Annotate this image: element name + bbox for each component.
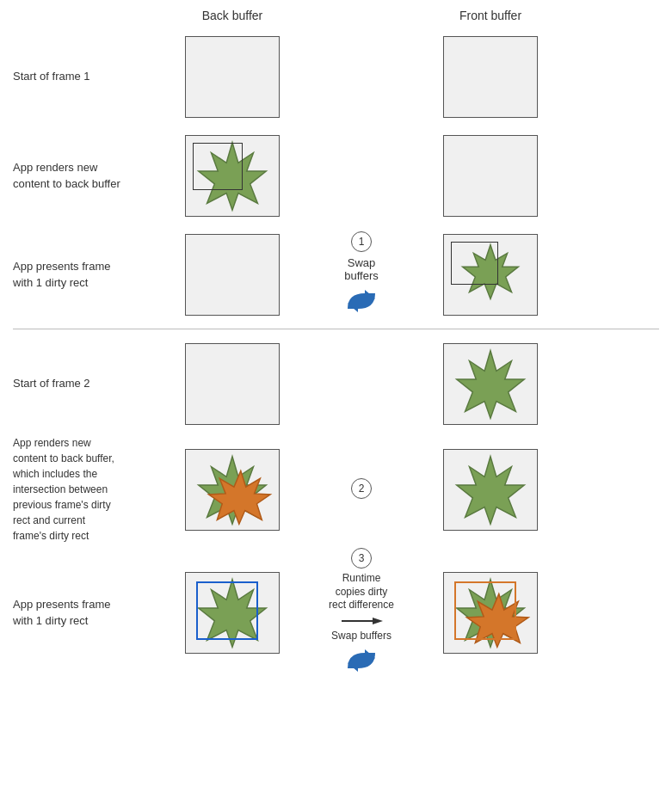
front-buffer-orange-dirty [443,572,538,654]
frame2-row1-front [422,343,559,425]
frame1-row3-front [422,234,559,316]
back-buffer-header: Back buffer [163,9,301,22]
frame1-row2-front [422,135,559,217]
star-green-orange-svg [186,449,279,531]
frame2-row1-back [163,343,301,425]
back-buffer-empty-f2 [185,343,280,425]
frame2-row3-front [422,572,559,654]
back-buffer-box-empty [185,36,280,118]
frame1-row2: App renders newcontent to back buffer [0,128,672,223]
frame2-row1-label: Start of frame 2 [0,375,163,392]
frame1-row1-front [422,36,559,118]
right-arrow [340,614,383,628]
svg-marker-2 [457,350,525,418]
frame1-row3-back [163,234,301,316]
frame1-row1: Start of frame 1 [0,29,672,124]
frame2-row3: App presents framewith 1 dirty rect 3 Ru… [0,548,672,677]
back-buffer-green-dirty [185,572,280,654]
frame1-row2-back [163,135,301,217]
frame1-row3-mid: 1 Swapbuffers [301,231,422,317]
back-buffer-star-green [185,135,280,217]
step-3-circle: 3 [351,548,372,569]
diagram: Back buffer Front buffer Start of frame … [0,0,672,787]
frame1-row1-back [163,36,301,118]
back-buffer-green-orange [185,449,280,531]
svg-marker-8 [373,618,383,624]
swap-label-1: Swapbuffers [344,256,379,282]
frame1-row2-label: App renders newcontent to back buffer [0,159,163,193]
swap-label-2: Swap buffers [331,630,391,643]
star-green-f2b-svg [444,449,537,531]
frame2-row2-mid: 2 [301,478,422,501]
swap-arrow-1 [341,285,382,317]
swap-arrow-2 [341,644,382,677]
front-buffer-box-empty [443,36,538,118]
frame2-row2: App renders newcontent to back buffer,wh… [0,435,672,544]
front-buffer-star-f2 [443,343,538,425]
frame2-row3-label: App presents framewith 1 dirty rect [0,596,163,630]
frame1-row1-label: Start of frame 1 [0,68,163,85]
front-buffer-header: Front buffer [422,9,559,22]
step-1-circle: 1 [351,231,372,252]
frame1-row3-label: App presents framewith 1 dirty rect [0,258,163,292]
frame2-row2-label: App renders newcontent to back buffer,wh… [0,435,163,544]
star-green-f2-svg [444,343,537,425]
frame2-row1: Start of frame 2 [0,336,672,431]
back-buffer-empty3 [185,234,280,316]
frame2-row3-mid: 3 Runtimecopies dirtyrect difference Swa… [301,548,422,677]
front-buffer-green-large2 [443,449,538,531]
frame1-row3: App presents framewith 1 dirty rect 1 Sw… [0,227,672,322]
frame2-row2-back [163,449,301,531]
svg-marker-5 [457,456,525,524]
frame2-row2-front [422,449,559,531]
step-2-circle: 2 [351,478,372,499]
front-buffer-empty2 [443,135,538,217]
front-buffer-star-small [443,234,538,316]
section-divider [13,329,659,329]
copy-label: Runtimecopies dirtyrect difference [329,572,394,612]
frame2-row3-back [163,572,301,654]
